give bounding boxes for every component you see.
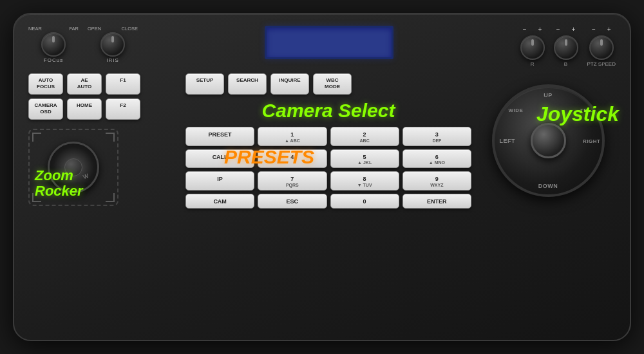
near-label: NEAR <box>28 26 42 32</box>
num0-button[interactable]: 0 <box>330 194 399 209</box>
right-panel: UP DOWN LEFT RIGHT WIDE TE... Joystick <box>480 73 616 209</box>
b-knob[interactable] <box>554 35 578 60</box>
r-knob-group: − + R <box>520 26 545 67</box>
top-row: NEAR FAR FOCus OPEN CLOSE <box>28 26 616 67</box>
up-label: UP <box>544 92 553 98</box>
corner-br <box>106 193 115 202</box>
ptz-plus-minus: − + <box>592 26 611 33</box>
inquire-button[interactable]: INQUIRE <box>270 73 309 95</box>
controller-body: NEAR FAR FOCus OPEN CLOSE <box>13 13 631 341</box>
ptz-speed-knob-group: − + PTZ SPEED <box>587 26 616 67</box>
focus-near-far-labels: NEAR FAR <box>28 26 79 32</box>
left-panel: AUTOFOCUS AEAUTO F1 CAMERAOSD HOME F2 W … <box>28 73 176 209</box>
num8-button[interactable]: 8▼ TUV <box>330 171 399 191</box>
cam-button[interactable]: CAM <box>185 194 254 209</box>
b-minus: − <box>556 26 560 33</box>
open-label: OPEN <box>88 26 101 32</box>
b-plus-minus: − + <box>556 26 576 33</box>
ptz-speed-label: PTZ SPEED <box>587 61 616 67</box>
close-label: CLOSE <box>122 26 138 32</box>
joystick-base[interactable]: UP DOWN LEFT RIGHT WIDE TE... <box>492 84 605 197</box>
b-plus: + <box>572 26 576 33</box>
iris-title: IRIS <box>88 57 138 63</box>
right-knobs-row: − + R − + B − + <box>520 26 616 67</box>
r-knob[interactable] <box>520 35 545 60</box>
num2-button[interactable]: 2ABC <box>330 127 399 146</box>
zoom-w-label: W <box>82 172 90 180</box>
auto-focus-button[interactable]: AUTOFOCUS <box>28 73 63 95</box>
ptz-minus: − <box>592 26 596 33</box>
left-label: LEFT <box>500 138 516 144</box>
right-label: RIGHT <box>583 138 600 144</box>
center-panel: SETUP SEARCH INQUIRE WBCMODE Camera Sele… <box>185 73 471 209</box>
enter-button[interactable]: ENTER <box>402 194 471 209</box>
focus-knob-group <box>28 32 79 57</box>
ae-auto-button[interactable]: AEAUTO <box>67 73 102 95</box>
joystick-area: UP DOWN LEFT RIGHT WIDE TE... Joystick <box>484 77 612 205</box>
focus-title: FOCus <box>28 57 79 63</box>
far-label: FAR <box>69 26 79 32</box>
focus-knob[interactable] <box>41 32 66 57</box>
b-knob-group: − + B <box>554 26 578 67</box>
iris-open-close-labels: OPEN CLOSE <box>88 26 138 32</box>
camera-select-label: Camera Select <box>185 100 471 122</box>
iris-knob-group <box>88 32 138 57</box>
num1-button[interactable]: 1▲ ABC <box>258 127 327 146</box>
corner-tr <box>106 133 115 142</box>
center-top-buttons: SETUP SEARCH INQUIRE WBCMODE <box>185 73 471 95</box>
button-row-1: AUTOFOCUS AEAUTO F1 <box>28 73 176 95</box>
zoom-rocker-label: ZoomRocker <box>35 168 83 199</box>
b-label: B <box>564 61 567 67</box>
f2-button[interactable]: F2 <box>106 98 140 120</box>
button-row-2: CAMERAOSD HOME F2 <box>28 98 176 120</box>
down-label: DOWN <box>538 183 558 189</box>
zoom-rocker-section: W ZoomRocker <box>28 129 118 206</box>
search-button[interactable]: SEARCH <box>228 73 267 95</box>
main-area: AUTOFOCUS AEAUTO F1 CAMERAOSD HOME F2 W … <box>28 73 616 209</box>
num3-button[interactable]: 3DEF <box>402 127 471 146</box>
corner-tl <box>32 133 41 142</box>
wide-label: WIDE <box>509 107 524 113</box>
wbc-mode-button[interactable]: WBCMODE <box>313 73 352 95</box>
camera-osd-button[interactable]: CAMERAOSD <box>28 98 63 120</box>
call-button[interactable]: CALL <box>185 149 254 169</box>
num6-button[interactable]: 6▲ MNO <box>402 149 471 169</box>
joystick-label: Joystick <box>536 102 619 126</box>
left-knobs-section: NEAR FAR FOCus OPEN CLOSE <box>28 26 138 63</box>
r-plus-minus: − + <box>523 26 542 33</box>
right-knobs-section: − + R − + B − + <box>520 26 616 67</box>
num4-button[interactable]: 4 <box>258 149 327 169</box>
setup-button[interactable]: SETUP <box>185 73 224 95</box>
numpad: PRESET 1▲ ABC 2ABC 3DEF CALL 4 5▲ JKL 6▲… <box>185 127 471 209</box>
r-minus: − <box>523 26 527 33</box>
r-label: R <box>531 61 535 67</box>
esc-button[interactable]: ESC <box>258 194 327 209</box>
num7-button[interactable]: 7PQRS <box>258 171 327 191</box>
f1-button[interactable]: F1 <box>106 73 140 95</box>
iris-section: OPEN CLOSE IRIS <box>88 26 138 63</box>
iris-knob[interactable] <box>100 32 125 57</box>
ip-button[interactable]: IP <box>185 171 254 191</box>
lcd-section <box>258 26 400 59</box>
num9-button[interactable]: 9WXYZ <box>402 171 471 191</box>
ptz-plus: + <box>607 26 611 33</box>
focus-section: NEAR FAR FOCus <box>28 26 79 63</box>
joystick-stick[interactable] <box>531 123 566 158</box>
numpad-container: PRESETS PRESET 1▲ ABC 2ABC 3DEF CALL 4 5… <box>185 127 471 209</box>
num5-button[interactable]: 5▲ JKL <box>330 149 399 169</box>
home-button[interactable]: HOME <box>67 98 102 120</box>
preset-button[interactable]: PRESET <box>185 127 254 146</box>
focus-iris-pair: NEAR FAR FOCus OPEN CLOSE <box>28 26 138 63</box>
lcd-display <box>265 26 393 59</box>
ptz-speed-knob[interactable] <box>589 35 614 60</box>
r-plus: + <box>538 26 542 33</box>
